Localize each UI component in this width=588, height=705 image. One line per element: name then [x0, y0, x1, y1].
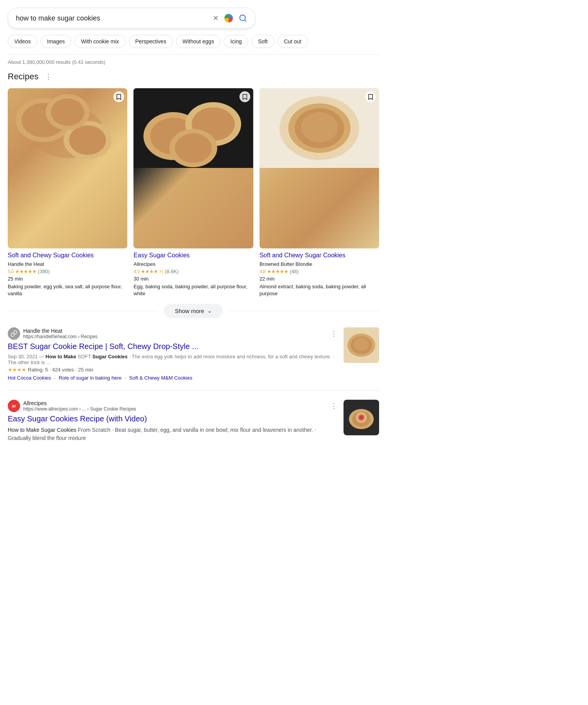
chip-with-cookie-mix[interactable]: With cookie mix: [74, 35, 125, 48]
recipe-card-title-2[interactable]: Easy Sugar Cookies: [133, 252, 253, 260]
recipes-section: Recipes ⋮: [8, 71, 379, 318]
result-source-row-2: ar Allrecipes https://www.allrecipes.com…: [8, 400, 337, 412]
result-stars-1: ★★★★: [8, 367, 26, 373]
result-title-2[interactable]: Easy Sugar Cookies Recipe (with Video): [8, 414, 337, 424]
divider-left: [8, 311, 158, 311]
search-button[interactable]: [239, 14, 247, 22]
thumb-cookie-1: [344, 327, 379, 363]
review-count-2: (8.6K): [165, 269, 178, 274]
svg-point-8: [51, 99, 84, 126]
search-result-content-1: Handle the Heat https://handletheheat.co…: [8, 327, 337, 381]
rating-value-2: 4.5: [133, 269, 139, 274]
recipe-ingredients-2: Egg, baking soda, baking powder, all pur…: [133, 283, 253, 297]
show-more-label: Show more: [175, 308, 204, 314]
review-count-1: (390): [38, 269, 50, 274]
site-name-2: Allrecipes: [23, 400, 136, 406]
result-rating-text-1: Rating: 5 · 424 votes · 25 min: [28, 367, 93, 373]
svg-line-1: [244, 20, 246, 21]
site-url-1: https://handletheheat.com › Recipes: [23, 334, 97, 339]
site-name-url-1: Handle the Heat https://handletheheat.co…: [23, 328, 97, 339]
recipe-cards-grid: Soft and Chewy Sugar Cookies Handle the …: [8, 88, 379, 298]
recipes-menu-button[interactable]: ⋮: [42, 71, 55, 82]
result-thumbnail-1: [344, 327, 379, 363]
result-snippet-2: How to Make Sugar Cookies From Scratch ·…: [8, 426, 337, 442]
search-input[interactable]: [16, 14, 213, 22]
cookie-illustration-2: [133, 88, 253, 168]
search-result-2: ar Allrecipes https://www.allrecipes.com…: [8, 400, 379, 454]
recipe-card-source-3: Browned Butter Blondie: [260, 261, 379, 267]
recipe-card-title-3[interactable]: Soft and Chewy Sugar Cookies: [260, 252, 379, 260]
recipe-ingredients-3: Almond extract, baking soda, baking powd…: [260, 283, 379, 297]
search-icons: ✕: [213, 13, 247, 24]
bookmark-icon-1: [116, 94, 121, 100]
chip-without-eggs[interactable]: Without eggs: [176, 35, 221, 48]
svg-point-6: [69, 125, 106, 155]
search-icon: [239, 14, 247, 22]
star-symbols-3: ★★★★★: [267, 269, 288, 274]
recipe-card-image-2: [133, 88, 253, 248]
svg-point-24: [354, 338, 369, 351]
recipe-ingredients-1: Baking powder, egg yolk, sea salt, all p…: [8, 283, 127, 297]
rating-value-3: 4.8: [260, 269, 265, 274]
recipes-title: Recipes: [8, 72, 38, 82]
svg-point-20: [301, 112, 338, 142]
chip-perspectives[interactable]: Perspectives: [129, 35, 173, 48]
review-count-3: (48): [290, 269, 299, 274]
result-menu-button-1[interactable]: ⋮: [330, 329, 337, 338]
recipe-card-source-1: Handle the Heat: [8, 261, 127, 267]
show-more-button[interactable]: Show more ⌄: [164, 304, 223, 318]
divider-right: [229, 311, 379, 311]
recipe-time-1: 25 min: [8, 276, 127, 282]
result-link-mm-cookies[interactable]: Soft & Chewy M&M Cookies: [129, 375, 192, 381]
results-count: About 1,380,000,000 results (0.41 second…: [8, 54, 379, 65]
result-title-1[interactable]: BEST Sugar Cookie Recipe | Soft, Chewy D…: [8, 341, 337, 351]
filter-chips: Videos Images With cookie mix Perspectiv…: [8, 35, 379, 48]
chevron-down-icon: ⌄: [207, 308, 212, 314]
star-symbols-2: ★★★★: [141, 269, 158, 274]
link-icon: [10, 330, 17, 337]
show-more-section: Show more ⌄: [8, 304, 379, 318]
star-symbols-1: ★★★★★: [15, 269, 36, 274]
lens-icon: [223, 13, 234, 24]
search-result-1: Handle the Heat https://handletheheat.co…: [8, 327, 379, 390]
recipe-rating-1: 5.0 ★★★★★ (390): [8, 269, 127, 274]
chip-soft[interactable]: Soft: [251, 35, 274, 48]
bookmark-icon-3: [368, 94, 373, 100]
recipe-card-3[interactable]: Soft and Chewy Sugar Cookies Browned But…: [260, 88, 379, 298]
chip-icing[interactable]: Icing: [224, 35, 248, 48]
site-name-url-2: Allrecipes https://www.allrecipes.com › …: [23, 400, 136, 412]
recipe-time-3: 22 min: [260, 276, 379, 282]
close-icon: ✕: [213, 14, 219, 22]
bookmark-icon-2: [242, 94, 248, 100]
section-header: Recipes ⋮: [8, 71, 379, 82]
svg-point-30: [359, 416, 363, 419]
chip-images[interactable]: Images: [41, 35, 72, 48]
recipe-card-title-1[interactable]: Soft and Chewy Sugar Cookies: [8, 252, 127, 260]
recipe-card-2[interactable]: Easy Sugar Cookies Allrecipes 4.5 ★★★★½ …: [133, 88, 253, 298]
site-name-1: Handle the Heat: [23, 328, 97, 334]
recipe-card-image-3: [260, 88, 379, 248]
result-link-hot-cocoa[interactable]: Hot Cocoa Cookies: [8, 375, 51, 381]
chip-cut-out[interactable]: Cut out: [277, 35, 308, 48]
stars-icon-1: 5.0: [8, 269, 14, 274]
result-thumbnail-2: [344, 400, 379, 435]
recipe-rating-3: 4.8 ★★★★★ (48): [260, 269, 379, 274]
site-url-2: https://www.allrecipes.com › ... › Sugar…: [23, 406, 136, 412]
bookmark-button-2[interactable]: [239, 91, 250, 102]
lens-button[interactable]: [223, 13, 234, 24]
recipe-rating-2: 4.5 ★★★★½ (8.6K): [133, 269, 253, 274]
recipe-card[interactable]: Soft and Chewy Sugar Cookies Handle the …: [8, 88, 127, 298]
result-source-row-1: Handle the Heat https://handletheheat.co…: [8, 327, 337, 340]
cookie-illustration-1: [8, 88, 127, 168]
thumb-cookie-2: [344, 400, 379, 435]
recipe-time-2: 30 min: [133, 276, 253, 282]
result-link-sugar-role[interactable]: Role of sugar in baking here: [59, 375, 122, 381]
result-date-1: Sep 30, 2021 — How to Make SOFT Sugar Co…: [8, 354, 337, 365]
clear-button[interactable]: ✕: [213, 14, 219, 22]
result-links-1: Hot Cocoa Cookies · Role of sugar in bak…: [8, 375, 337, 381]
result-menu-button-2[interactable]: ⋮: [330, 402, 337, 410]
chip-videos[interactable]: Videos: [8, 35, 38, 48]
site-favicon-2: ar: [8, 400, 20, 412]
bookmark-button-3[interactable]: [365, 91, 376, 102]
search-bar: ✕: [8, 8, 255, 29]
